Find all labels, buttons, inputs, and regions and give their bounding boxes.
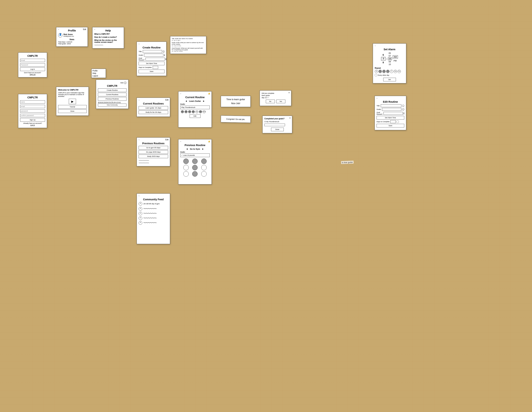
email-signup-input[interactable] xyxy=(20,105,45,108)
community-back[interactable]: ← xyxy=(138,195,140,197)
gym-day-6 xyxy=(201,165,207,170)
reward-input[interactable] xyxy=(145,58,165,61)
curr-detail-back[interactable]: ← xyxy=(180,92,182,95)
help-q2[interactable]: How do I create a routine? xyxy=(94,36,122,38)
day-Th[interactable]: Th xyxy=(386,70,390,73)
day-Tu[interactable]: Tu xyxy=(379,70,382,73)
am-option[interactable]: AM xyxy=(393,55,398,59)
day-F[interactable]: F xyxy=(390,70,393,73)
hour-6[interactable]: 6 xyxy=(381,53,386,57)
menu-logout[interactable]: Logout xyxy=(93,75,105,77)
current-routines-button[interactable]: Current Routines xyxy=(98,93,126,96)
help-q3[interactable]: What do the circles on the routine scree… xyxy=(94,39,122,43)
prev-routine1-btn[interactable]: Go to gym 5/5 days xyxy=(139,146,168,149)
back-arrow[interactable]: ← xyxy=(58,28,59,30)
curr-routines-edit[interactable]: Edit xyxy=(165,99,169,101)
nav-left-btn[interactable]: ◄ xyxy=(185,100,187,102)
alarm-back-arrow[interactable]: ← xyxy=(374,45,376,47)
save-button[interactable]: Save xyxy=(139,70,164,73)
done-button[interactable]: Done xyxy=(58,109,87,113)
set-alarm-button[interactable]: Set Alarm Time xyxy=(139,62,164,65)
login-button[interactable]: Log In xyxy=(20,67,45,71)
prev-nav-right[interactable]: ► xyxy=(202,148,204,150)
edit-days-checkbox[interactable] xyxy=(397,120,399,123)
goals-tip: Goals: Enter what you want to achieve by… xyxy=(172,42,205,47)
day-W[interactable]: W xyxy=(382,70,386,73)
prev-detail-back[interactable]: ← xyxy=(180,140,182,142)
edit-set-alarm-btn[interactable]: Set Alarm Time xyxy=(377,116,404,119)
min-09[interactable]: 09 xyxy=(388,60,392,63)
min-10[interactable]: 10 xyxy=(388,63,392,66)
curr-routines-back[interactable]: ← xyxy=(138,99,140,101)
prev-nav-left[interactable]: ◄ xyxy=(186,148,188,150)
days-input[interactable] xyxy=(153,66,158,69)
prev-routines-edit[interactable]: Edit xyxy=(165,139,169,141)
menu-help[interactable]: Help xyxy=(93,72,105,74)
time-message: Time to learn guitar xyxy=(223,98,248,101)
done-completed-button[interactable]: Done xyxy=(271,128,284,131)
help-back-arrow[interactable]: ← xyxy=(94,28,96,30)
cmpltr-main-title: CMPLTR xyxy=(98,84,126,87)
routine1-button[interactable]: Learn guitar- 0/1 days xyxy=(139,106,168,110)
view-community-button[interactable]: View Community xyxy=(98,104,126,107)
create-routine-button[interactable]: Create Routine xyxy=(98,88,126,92)
info-icon-goals: i xyxy=(164,54,165,56)
password-signup-input[interactable] xyxy=(20,109,45,113)
community-post-1: Jim did 5th day of gym xyxy=(143,203,160,205)
prev-routines-back[interactable]: ← xyxy=(138,139,140,141)
routine-title-input[interactable] xyxy=(143,50,162,53)
day-M[interactable]: M xyxy=(375,70,378,73)
time-to-learn-card: Time to learn guitar Nice Job! xyxy=(221,96,251,107)
completed-title: Completed your goals? xyxy=(264,118,290,120)
password-input[interactable] xyxy=(20,63,45,66)
day-Sa[interactable]: Sa xyxy=(394,70,397,73)
help-q1[interactable]: What is CMPLTR? xyxy=(94,33,122,35)
yes-button[interactable]: Yes xyxy=(276,100,285,103)
edit-back-arrow[interactable]: ← xyxy=(376,97,378,99)
tutorial-button[interactable]: Tutorial xyxy=(58,105,87,109)
edit-reward-input[interactable] xyxy=(383,112,403,115)
edit-button[interactable]: Edit xyxy=(83,28,86,30)
prev-routine2-btn[interactable]: Do yoga 30/30 days xyxy=(139,150,168,154)
edit-info-reward: i xyxy=(404,112,404,114)
edit-save-btn[interactable]: Save xyxy=(377,124,404,128)
create-back-arrow[interactable]: ← xyxy=(138,43,140,45)
edit-routine-btn[interactable]: Edit xyxy=(190,114,200,118)
set-alarm-btn[interactable]: Set xyxy=(383,78,396,81)
edit-reward-label: Goal Reward: xyxy=(377,111,383,115)
edit-title-input[interactable] xyxy=(381,104,401,107)
signup-button[interactable]: Sign Up xyxy=(20,118,45,122)
routine2-button[interactable]: Study for bio 3/4 days xyxy=(139,110,168,114)
welcome-subtitle: CMPLTR is your motivation app that remin… xyxy=(58,92,87,97)
edit-days-input[interactable] xyxy=(390,120,396,123)
day-Su[interactable]: Su xyxy=(398,70,401,73)
nav-right-btn[interactable]: ► xyxy=(203,100,205,102)
min-05[interactable]: 05 xyxy=(388,52,392,55)
min-08[interactable]: 08 xyxy=(388,57,392,60)
pm-option[interactable]: PM xyxy=(393,59,398,62)
edit-goals-label: Goals: xyxy=(377,109,381,110)
min-07[interactable]: 07 xyxy=(388,55,392,57)
hour-8[interactable]: 8 xyxy=(381,61,386,64)
goals-input[interactable] xyxy=(144,54,163,57)
hour-7[interactable]: 7 xyxy=(381,57,386,61)
confirm-password-input[interactable] xyxy=(20,114,45,117)
user-avatar-3: A xyxy=(139,212,142,215)
set-alarm-card: ← Set Alarm 6 7 8 : 05 07 08 09 10 AM PM… xyxy=(373,43,406,83)
prev-goals-label: Goals: xyxy=(180,151,210,153)
login-title: CMPLTR xyxy=(20,55,45,57)
name-input[interactable] xyxy=(20,100,45,104)
edit-goals-input[interactable] xyxy=(382,108,401,111)
menu-profile[interactable]: Profile xyxy=(93,70,105,72)
completed-close-icon[interactable]: × xyxy=(289,117,291,119)
email-input[interactable] xyxy=(20,59,45,62)
previous-routines-button[interactable]: Previous Routines xyxy=(98,97,126,101)
close-icon[interactable]: × xyxy=(288,92,290,94)
signup-link[interactable]: Sign Up xyxy=(30,73,36,75)
login-link[interactable]: Log In xyxy=(30,124,35,126)
every-other-day-checkbox[interactable] xyxy=(375,74,377,76)
info-icon-title: i xyxy=(163,50,164,53)
tutorial-play-button[interactable]: ▶ xyxy=(69,99,76,104)
no-button[interactable]: No xyxy=(266,100,275,103)
prev-routine3-btn[interactable]: Study 25/25 days xyxy=(139,155,168,158)
